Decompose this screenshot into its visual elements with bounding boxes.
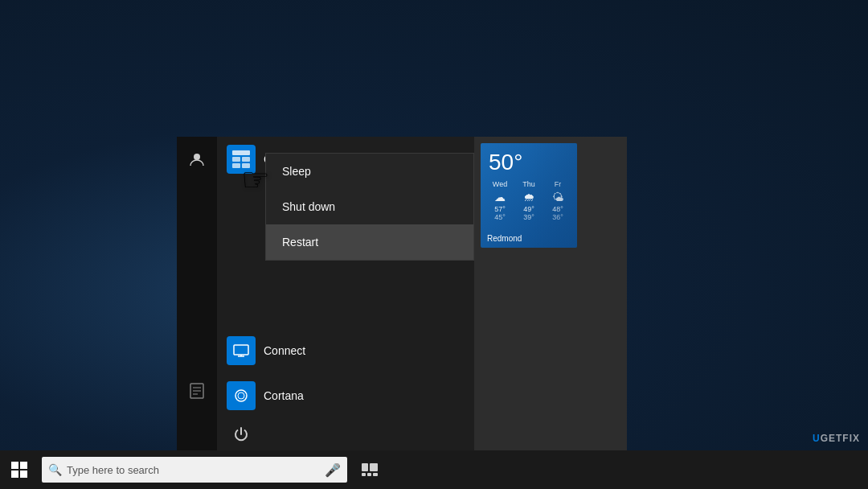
start-menu-left: Calculator Sleep Shut down Restart	[217, 137, 474, 450]
svg-rect-10	[362, 463, 368, 471]
power-btn-row	[217, 418, 474, 450]
svg-point-8	[235, 390, 247, 401]
connect-label: Connect	[264, 344, 305, 357]
calculator-icon	[227, 145, 256, 174]
user-icon[interactable]	[182, 145, 211, 174]
sleep-label: Sleep	[282, 165, 311, 178]
connect-item[interactable]: Connect	[217, 328, 474, 373]
search-placeholder: Type here to search	[67, 464, 320, 476]
weather-day-wed: Wed ☁ 57° 45°	[485, 180, 514, 221]
shutdown-item[interactable]: Shut down	[266, 189, 473, 224]
restart-item[interactable]: Restart	[266, 224, 473, 260]
start-button[interactable]	[0, 450, 39, 489]
weather-bg	[529, 143, 577, 248]
svg-rect-11	[370, 463, 378, 471]
watermark-rest: GETFIX	[821, 433, 860, 444]
restart-label: Restart	[282, 236, 318, 249]
microphone-icon[interactable]: 🎤	[325, 462, 341, 478]
weather-hi-wed: 57°	[485, 205, 514, 213]
connect-icon	[227, 336, 256, 365]
svg-point-0	[194, 154, 200, 160]
weather-lo-wed: 45°	[485, 213, 514, 221]
cortana-item[interactable]: Cortana	[217, 373, 474, 418]
menu-items-bottom: Connect Cortana	[217, 328, 474, 418]
svg-point-9	[238, 392, 244, 399]
weather-icon-wed: ☁	[485, 191, 514, 203]
document-icon[interactable]	[182, 376, 211, 405]
start-menu: Calculator Sleep Shut down Restart	[177, 137, 627, 450]
svg-rect-5	[234, 345, 248, 355]
shutdown-label: Shut down	[282, 200, 335, 213]
svg-rect-13	[367, 473, 371, 476]
cortana-label: Cortana	[264, 389, 304, 402]
sleep-item[interactable]: Sleep	[266, 154, 473, 189]
power-submenu: Sleep Shut down Restart	[265, 153, 474, 261]
svg-rect-12	[362, 473, 366, 476]
watermark-u: U	[813, 433, 821, 444]
power-button[interactable]	[227, 420, 256, 449]
watermark: UGETFIX	[813, 433, 860, 444]
search-icon: 🔍	[48, 463, 62, 476]
task-view-button[interactable]	[350, 450, 389, 489]
taskbar: 🔍 Type here to search 🎤	[0, 450, 868, 489]
left-sidebar	[177, 137, 217, 450]
cortana-icon	[227, 381, 256, 410]
svg-rect-14	[373, 473, 378, 476]
start-menu-right: 50° Wed ☁ 57° 45° Thu 🌧 49° 39° Fr 🌤	[474, 137, 627, 450]
search-bar[interactable]: 🔍 Type here to search 🎤	[42, 457, 347, 483]
weather-city: Redmond	[487, 234, 522, 243]
windows-logo-icon	[11, 462, 27, 478]
weather-day-name-wed: Wed	[485, 180, 514, 188]
weather-tile[interactable]: 50° Wed ☁ 57° 45° Thu 🌧 49° 39° Fr 🌤	[481, 143, 577, 248]
